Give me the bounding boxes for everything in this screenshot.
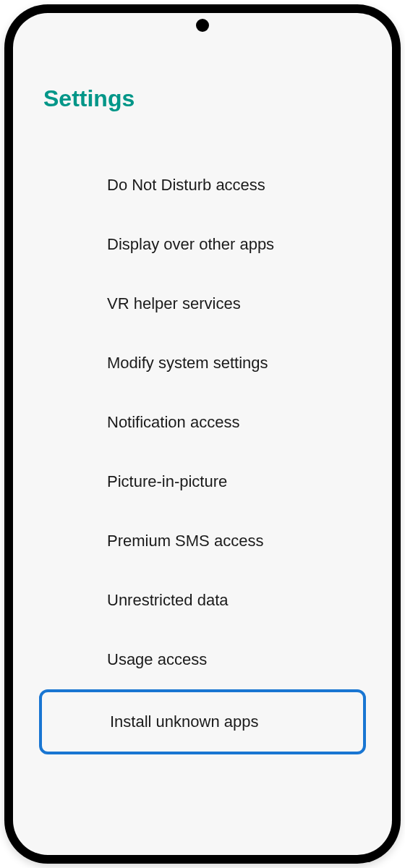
phone-frame: Settings Do Not Disturb access Display o… [4, 4, 401, 864]
settings-item-label: Modify system settings [107, 354, 268, 372]
camera-notch [196, 19, 209, 32]
settings-item-label: Usage access [107, 650, 207, 668]
page-title: Settings [43, 85, 392, 112]
settings-item-unrestricted-data[interactable]: Unrestricted data [13, 571, 392, 630]
settings-item-notification-access[interactable]: Notification access [13, 393, 392, 452]
settings-item-label: Do Not Disturb access [107, 176, 265, 194]
settings-item-label: Notification access [107, 413, 239, 431]
settings-item-install-unknown-apps[interactable]: Install unknown apps [39, 689, 366, 754]
settings-item-vr-helper[interactable]: VR helper services [13, 274, 392, 333]
settings-item-label: Premium SMS access [107, 532, 263, 550]
settings-item-label: VR helper services [107, 294, 241, 312]
settings-item-pip[interactable]: Picture-in-picture [13, 452, 392, 511]
settings-list: Do Not Disturb access Display over other… [13, 141, 392, 769]
settings-item-usage-access[interactable]: Usage access [13, 630, 392, 689]
settings-item-modify-system[interactable]: Modify system settings [13, 333, 392, 393]
settings-item-display-over-apps[interactable]: Display over other apps [13, 215, 392, 274]
phone-screen: Settings Do Not Disturb access Display o… [13, 13, 392, 855]
settings-item-label: Display over other apps [107, 235, 274, 253]
settings-item-premium-sms[interactable]: Premium SMS access [13, 511, 392, 571]
settings-item-dnd-access[interactable]: Do Not Disturb access [13, 156, 392, 215]
settings-header: Settings [13, 13, 392, 141]
settings-item-label: Install unknown apps [110, 712, 258, 731]
settings-item-label: Picture-in-picture [107, 472, 227, 490]
settings-item-label: Unrestricted data [107, 591, 229, 609]
